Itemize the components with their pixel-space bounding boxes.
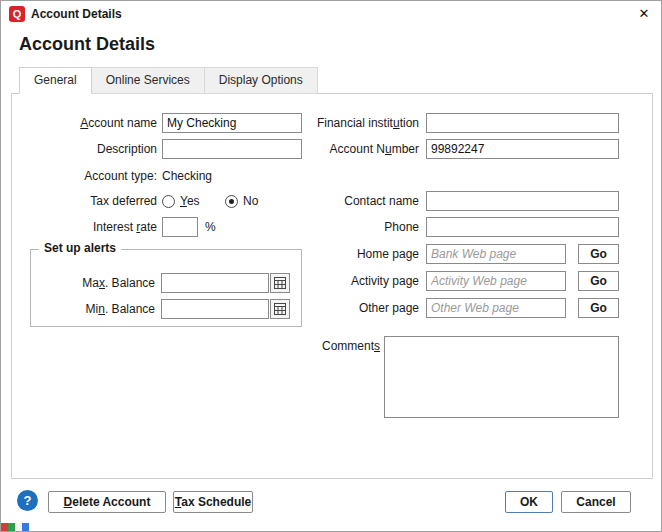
- description-label: Description: [20, 139, 157, 159]
- help-icon[interactable]: ?: [17, 490, 38, 511]
- ok-button[interactable]: OK: [505, 491, 553, 513]
- tab-display-options[interactable]: Display Options: [205, 67, 318, 94]
- financial-institution-input[interactable]: [426, 113, 619, 133]
- tax-schedule-button[interactable]: Tax Schedule: [173, 491, 253, 513]
- radio-unchecked-icon: [162, 195, 175, 208]
- alerts-group-title: Set up alerts: [39, 241, 121, 255]
- account-type-value: Checking: [162, 166, 212, 186]
- tab-strip: General Online Services Display Options: [19, 67, 318, 94]
- min-balance-label: Min. Balance: [35, 299, 155, 319]
- home-page-label: Home page: [242, 244, 419, 264]
- account-number-input[interactable]: [426, 139, 619, 159]
- activity-page-label: Activity page: [242, 271, 419, 291]
- quicken-app-icon: Q: [9, 6, 25, 22]
- delete-account-button[interactable]: Delete Account: [48, 491, 166, 513]
- tab-general[interactable]: General: [19, 67, 92, 94]
- interest-rate-suffix: %: [205, 217, 216, 237]
- activity-page-input[interactable]: [426, 271, 566, 291]
- contact-name-label: Contact name: [242, 191, 419, 211]
- phone-label: Phone: [242, 217, 419, 237]
- activity-page-go-button[interactable]: Go: [578, 271, 619, 291]
- account-type-label: Account type:: [20, 166, 157, 186]
- other-page-label: Other page: [242, 298, 419, 318]
- other-page-input[interactable]: [426, 298, 566, 318]
- phone-input[interactable]: [426, 217, 619, 237]
- interest-rate-label: Interest rate: [20, 217, 157, 237]
- desktop-fragment: [1, 523, 29, 531]
- general-tab-panel: Account name Description Account type: C…: [11, 93, 653, 479]
- close-icon[interactable]: ✕: [627, 1, 661, 27]
- financial-institution-label: Financial institution: [242, 113, 419, 133]
- account-name-label: Account name: [20, 113, 157, 133]
- home-page-go-button[interactable]: Go: [578, 244, 619, 264]
- tax-deferred-label: Tax deferred: [20, 191, 157, 211]
- tab-online-services[interactable]: Online Services: [92, 67, 205, 94]
- comments-textarea[interactable]: [384, 336, 619, 418]
- other-page-go-button[interactable]: Go: [578, 298, 619, 318]
- account-details-window: Q Account Details ✕ Account Details Gene…: [0, 0, 662, 532]
- contact-name-input[interactable]: [426, 191, 619, 211]
- tax-deferred-yes-label: Yes: [180, 194, 200, 208]
- cancel-button[interactable]: Cancel: [561, 491, 631, 513]
- account-number-label: Account Number: [242, 139, 419, 159]
- max-balance-label: Max. Balance: [35, 273, 155, 293]
- comments-label: Comments: [242, 336, 380, 356]
- tax-deferred-yes-radio[interactable]: Yes: [162, 191, 200, 211]
- radio-checked-icon: [225, 195, 238, 208]
- page-title: Account Details: [19, 34, 155, 55]
- interest-rate-input[interactable]: [162, 217, 198, 237]
- home-page-input[interactable]: [426, 244, 566, 264]
- titlebar: Q Account Details ✕: [1, 1, 661, 27]
- window-title: Account Details: [31, 1, 122, 27]
